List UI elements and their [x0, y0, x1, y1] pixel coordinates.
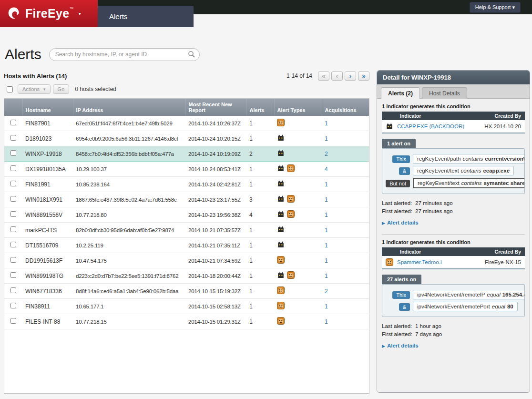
- acquisitions-link[interactable]: 1: [325, 120, 328, 127]
- chevron-down-icon[interactable]: ▾: [79, 11, 81, 16]
- table-row[interactable]: WIN0181X991 1867:65fc:e437:39f8:5e02:4a7…: [4, 192, 369, 207]
- ip-address-cell: 8d8f:14a6:ced6:a5a1:3ab4:5e90:062b:5daa: [73, 284, 185, 299]
- row-checkbox[interactable]: [10, 318, 16, 324]
- alert-details-link[interactable]: ▶Alert details: [382, 220, 419, 225]
- indicator-row: Spammer.Tedroo.I FireEye-NX-15: [382, 256, 525, 269]
- acquisitions-link[interactable]: 1: [325, 181, 328, 188]
- hostname-cell: WINXP-19918: [22, 146, 73, 162]
- pagination-last-button[interactable]: »: [358, 72, 369, 81]
- acquisitions-link[interactable]: 1: [325, 242, 328, 249]
- table-row[interactable]: D1891023 6954:e0b9:2005:6a56:3b11:1267:4…: [4, 131, 369, 146]
- search-input[interactable]: [49, 48, 200, 61]
- report-time-cell: 2014-10-15 02:58:13Z: [185, 299, 246, 314]
- app-window: Help & Support ▾ FireEye™ ▾ Alerts Alert…: [0, 0, 532, 399]
- table-row[interactable]: WIN8891556V 10.77.218.80 2014-10-23 19:5…: [4, 207, 369, 223]
- select-all-checkbox[interactable]: [7, 86, 13, 92]
- column-most-recent-new-report[interactable]: Most Recent New Report: [185, 99, 246, 116]
- table-row[interactable]: WINXP-19918 8458:c7b0:4fd4:df52:356b:bdb…: [4, 146, 369, 162]
- acquisitions-link[interactable]: 1: [325, 212, 328, 218]
- hostname-cell: WIN899198TG: [22, 268, 73, 284]
- acquisitions-link[interactable]: 1: [325, 257, 328, 264]
- acquisitions-cell: 1: [322, 299, 369, 314]
- acquisitions-link[interactable]: 1: [325, 196, 328, 203]
- indicator-row: CCAPP.EXE (BACKDOOR) HX.2014.10.20: [382, 120, 525, 133]
- acquisitions-link[interactable]: 1: [325, 303, 328, 310]
- alert-details-link[interactable]: ▶Alert details: [382, 343, 419, 348]
- table-row[interactable]: markPC-ITS 82b0:8df:cb30:95d9:6dab:af0b:…: [4, 223, 369, 238]
- row-checkbox[interactable]: [10, 196, 16, 202]
- row-checkbox[interactable]: [10, 272, 16, 278]
- acquisitions-link[interactable]: 1: [325, 227, 328, 234]
- pagination-prev-button[interactable]: ‹: [331, 72, 343, 81]
- row-checkbox[interactable]: [10, 181, 16, 186]
- row-checkbox[interactable]: [10, 226, 16, 232]
- report-time-cell: 2014-10-23 23:17:55Z: [185, 192, 246, 207]
- ip-address-cell: 10.65.177.1: [73, 299, 185, 314]
- table-row[interactable]: DT15516709 10.2.25.119 2014-10-21 07:35:…: [4, 238, 369, 253]
- report-time-cell: 2014-10-24 10:26:37Z: [185, 116, 246, 131]
- row-checkbox-cell: [4, 162, 22, 177]
- table-row[interactable]: DD19915613F 10.47.54.175 2014-10-21 07:3…: [4, 253, 369, 268]
- monkey-icon: [287, 164, 295, 172]
- row-checkbox-cell: [4, 299, 22, 314]
- row-checkbox[interactable]: [10, 287, 16, 293]
- cat-icon: [277, 271, 285, 279]
- alert-times: Last alerted:27 minutes ago First alerte…: [382, 199, 525, 215]
- condition-row: & regKeyEvent/textcontainsccapp.exe: [385, 166, 522, 175]
- hosts-panel-title: Hosts with Alerts (14): [4, 72, 67, 80]
- column-alerts[interactable]: Alerts: [246, 99, 274, 116]
- acquisitions-link[interactable]: 1: [325, 318, 328, 325]
- row-checkbox[interactable]: [10, 135, 16, 141]
- ip-address-cell: 6954:e0b9:2005:6a56:3b11:1267:4146:d8cf: [73, 131, 185, 146]
- last-alerted: Last alerted:27 minutes ago: [382, 199, 525, 207]
- cat-icon: [386, 123, 393, 130]
- table-row[interactable]: DX199180135A 10.29.100.37 2014-10-24 08:…: [4, 162, 369, 177]
- row-checkbox[interactable]: [10, 150, 16, 156]
- acquisitions-link[interactable]: 1: [325, 135, 328, 142]
- acquisitions-link[interactable]: 4: [325, 166, 328, 173]
- search-icon[interactable]: [188, 51, 195, 58]
- created-by-column-label: Created By: [495, 113, 521, 119]
- acquisitions-link[interactable]: 1: [325, 273, 328, 279]
- report-time-cell: 2014-10-24 10:20:15Z: [185, 131, 246, 146]
- table-row[interactable]: FILES-INT-88 10.77.218.15 2014-10-15 01:…: [4, 314, 369, 329]
- hostname-cell: WIN8891556V: [22, 207, 73, 223]
- row-checkbox[interactable]: [10, 120, 16, 125]
- column-acquisitions[interactable]: Acquisitions: [322, 99, 369, 116]
- table-row[interactable]: WIN67718336 8d8f:14a6:ced6:a5a1:3ab4:5e9…: [4, 284, 369, 299]
- row-checkbox[interactable]: [10, 257, 16, 263]
- acquisitions-link[interactable]: 2: [325, 151, 328, 157]
- actions-dropdown[interactable]: Actions ▾: [18, 84, 51, 94]
- column-ip-address[interactable]: IP Address: [73, 99, 185, 116]
- row-checkbox[interactable]: [10, 165, 16, 171]
- indicator-link[interactable]: CCAPP.EXE (BACKDOOR): [397, 123, 484, 129]
- fireeye-logo[interactable]: FireEye™ ▾: [0, 0, 98, 27]
- table-row[interactable]: WIN899198TG d223:c2d0:d7b7:be22:5ee5:139…: [4, 268, 369, 284]
- tab-alerts-2[interactable]: Alerts (2): [381, 87, 420, 99]
- table-header-row: Hostname IP Address Most Recent New Repo…: [4, 99, 369, 116]
- go-button[interactable]: Go: [53, 84, 70, 94]
- column-alert-types[interactable]: Alert Types: [274, 99, 322, 116]
- row-checkbox[interactable]: [10, 303, 16, 308]
- indicator-link[interactable]: Spammer.Tedroo.I: [397, 259, 485, 265]
- pagination: 1-14 of 14 « ‹ › »: [286, 72, 369, 81]
- alerts-count-cell: 1: [246, 238, 274, 253]
- cat-icon: [386, 123, 393, 130]
- acquisitions-link[interactable]: 2: [325, 288, 328, 295]
- row-checkbox[interactable]: [10, 211, 16, 217]
- tab-alerts[interactable]: Alerts: [98, 6, 194, 27]
- table-row[interactable]: FIN87901 67ed:051f:f447:6f7f:4ce1:b4e7:4…: [4, 116, 369, 131]
- row-checkbox[interactable]: [10, 242, 16, 247]
- alert-types-cell: [274, 131, 322, 146]
- hosts-table: Hostname IP Address Most Recent New Repo…: [4, 99, 369, 329]
- pagination-first-button[interactable]: «: [318, 72, 329, 81]
- ip-address-cell: 10.29.100.37: [73, 162, 185, 177]
- table-row[interactable]: FIN81991 10.85.238.164 2014-10-24 02:42:…: [4, 177, 369, 192]
- page-header: Alerts: [5, 46, 532, 62]
- alerts-count-cell: 1: [246, 177, 274, 192]
- pagination-next-button[interactable]: ›: [345, 72, 356, 81]
- tab-host-details[interactable]: Host Details: [422, 87, 467, 99]
- column-hostname[interactable]: Hostname: [22, 99, 73, 116]
- table-row[interactable]: FIN38911 10.65.177.1 2014-10-15 02:58:13…: [4, 299, 369, 314]
- help-support-button[interactable]: Help & Support ▾: [470, 2, 521, 13]
